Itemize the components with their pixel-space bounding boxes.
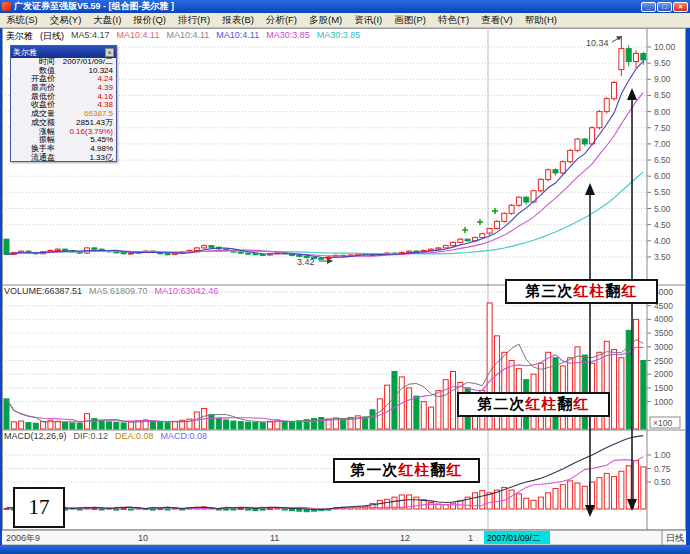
- menu-item-1[interactable]: 交易(Y): [44, 14, 88, 27]
- ma-label: MA30:3.85: [317, 30, 361, 43]
- svg-text:0.75: 0.75: [654, 464, 671, 474]
- svg-text:10.00: 10.00: [654, 42, 676, 52]
- ma-label: MA10:4.11: [166, 30, 209, 43]
- menu-item-12[interactable]: 帮助(H): [519, 14, 563, 27]
- ma-label: MA30:3.85: [266, 30, 310, 43]
- window-title: 广发证券至强版V5.59 - [组合图-美尔雅 ]: [14, 0, 640, 13]
- price-pane-header: 美尔雅(日线)MA5:4.17MA10:4.11MA10:4.11MA10:4.…: [6, 30, 360, 43]
- quote-info-box[interactable]: 美尔雅 × 时间2007/01/09/二数值10.324开盘价4.24最高价4.…: [10, 45, 117, 162]
- svg-text:9.00: 9.00: [654, 74, 671, 84]
- svg-text:2000: 2000: [654, 369, 673, 379]
- annotation-text: 第二次: [478, 395, 526, 414]
- svg-text:8.50: 8.50: [654, 90, 671, 100]
- svg-text:8.00: 8.00: [654, 107, 671, 117]
- svg-text:5.00: 5.00: [654, 204, 671, 214]
- period-label: (日线): [40, 30, 64, 43]
- menu-item-8[interactable]: 资讯(I): [348, 14, 388, 27]
- svg-text:5.50: 5.50: [654, 187, 671, 197]
- svg-text:2006年9: 2006年9: [6, 533, 40, 543]
- indicator-label: MA10:63042.46: [155, 286, 219, 296]
- annotation-text: 第三次: [526, 282, 574, 301]
- menu-item-2[interactable]: 大盘(I): [87, 14, 127, 27]
- annotation-text: 第一次: [351, 461, 399, 480]
- svg-text:1.00: 1.00: [654, 450, 671, 460]
- ma-label: MA5:4.17: [71, 30, 110, 43]
- svg-text:7.00: 7.00: [654, 139, 671, 149]
- svg-text:×100: ×100: [653, 418, 672, 428]
- menu-item-7[interactable]: 多股(M): [303, 14, 348, 27]
- svg-text:10.34: 10.34: [586, 38, 609, 48]
- info-box-rows: 时间2007/01/09/二数值10.324开盘价4.24最高价4.39最低价4…: [11, 58, 116, 162]
- indicator-label: DEA:0.08: [115, 431, 154, 441]
- annotation-text: 翻: [431, 461, 447, 480]
- indicator-label: DIF:0.12: [74, 431, 109, 441]
- info-row-11: 流通盘1.33亿: [11, 154, 116, 163]
- annotation-text: 红: [447, 461, 463, 480]
- annotation-text: 翻: [558, 395, 574, 414]
- svg-text:4.50: 4.50: [654, 220, 671, 230]
- application-window: 广发证券至强版V5.59 - [组合图-美尔雅 ] _ □ × 系统(S)交易(…: [0, 0, 690, 554]
- svg-text:4.00: 4.00: [654, 236, 671, 246]
- menu-item-6[interactable]: 分析(F): [260, 14, 303, 27]
- menu-bar: 系统(S)交易(Y)大盘(I)报价(Q)排行(R)报表(B)分析(F)多股(M)…: [0, 13, 690, 28]
- annotation-text: 红: [574, 395, 590, 414]
- volume-pane-header: VOLUME:66387.51MA5:61809.70MA10:63042.46: [4, 286, 218, 296]
- annotation-box-first: 第一次红柱翻红: [333, 458, 480, 483]
- title-bar[interactable]: 广发证券至强版V5.59 - [组合图-美尔雅 ] _ □ ×: [0, 0, 690, 13]
- info-box-title: 美尔雅: [13, 47, 105, 58]
- page-number-box: 17: [13, 487, 65, 528]
- svg-text:3.50: 3.50: [654, 252, 671, 262]
- menu-item-11[interactable]: 查看(V): [475, 14, 519, 27]
- minimize-button[interactable]: _: [641, 2, 656, 12]
- svg-text:6.00: 6.00: [654, 171, 671, 181]
- svg-text:3500: 3500: [654, 328, 673, 338]
- svg-text:0.50: 0.50: [654, 477, 671, 487]
- indicator-label: MACD(12,26,9): [4, 431, 67, 441]
- svg-text:1: 1: [468, 533, 473, 543]
- svg-text:3.42: 3.42: [297, 257, 315, 267]
- timeline: 2006年910111212007/01/09/二日线: [2, 530, 686, 545]
- svg-text:4000: 4000: [654, 314, 673, 324]
- annotation-text: 翻: [606, 282, 622, 301]
- indicator-label: MACD:0.08: [161, 431, 208, 441]
- close-icon[interactable]: ×: [105, 48, 114, 57]
- svg-text:10: 10: [138, 533, 148, 543]
- app-icon: [2, 2, 11, 11]
- menu-item-5[interactable]: 报表(B): [216, 14, 260, 27]
- menu-item-9[interactable]: 画图(P): [388, 14, 432, 27]
- window-bottom-border: [0, 545, 690, 554]
- macd-pane-header: MACD(12,26,9)DIF:0.12DEA:0.08MACD:0.08: [4, 431, 207, 441]
- annotation-box-second: 第二次红柱翻红: [457, 392, 610, 417]
- menu-item-3[interactable]: 报价(Q): [127, 14, 172, 27]
- period-daily-label: 日线: [666, 533, 684, 543]
- svg-text:7.50: 7.50: [654, 123, 671, 133]
- stock-name: 美尔雅: [6, 30, 33, 43]
- svg-text:1500: 1500: [654, 383, 673, 393]
- ma-label: MA10:4.11: [117, 30, 160, 43]
- annotation-text: 红柱: [574, 282, 606, 301]
- annotation-text: 红柱: [526, 395, 558, 414]
- menu-item-4[interactable]: 排行(R): [172, 14, 216, 27]
- indicator-label: VOLUME:66387.51: [4, 286, 82, 296]
- menu-item-10[interactable]: 特色(T): [432, 14, 475, 27]
- svg-text:2007/01/09/二: 2007/01/09/二: [487, 533, 541, 543]
- annotation-text: 红: [622, 282, 638, 301]
- svg-text:3000: 3000: [654, 342, 673, 352]
- svg-text:1000: 1000: [654, 397, 673, 407]
- ma-label: MA10:4.11: [216, 30, 259, 43]
- maximize-button[interactable]: □: [657, 2, 672, 12]
- svg-text:2500: 2500: [654, 356, 673, 366]
- svg-text:9.50: 9.50: [654, 58, 671, 68]
- menu-item-0[interactable]: 系统(S): [0, 14, 44, 27]
- annotation-box-third: 第三次红柱翻红: [505, 279, 658, 304]
- svg-text:6.50: 6.50: [654, 155, 671, 165]
- svg-text:11: 11: [270, 533, 279, 543]
- annotation-text: 红柱: [399, 461, 431, 480]
- indicator-label: MA5:61809.70: [89, 286, 148, 296]
- close-button[interactable]: ×: [673, 2, 688, 12]
- svg-text:12: 12: [400, 533, 410, 543]
